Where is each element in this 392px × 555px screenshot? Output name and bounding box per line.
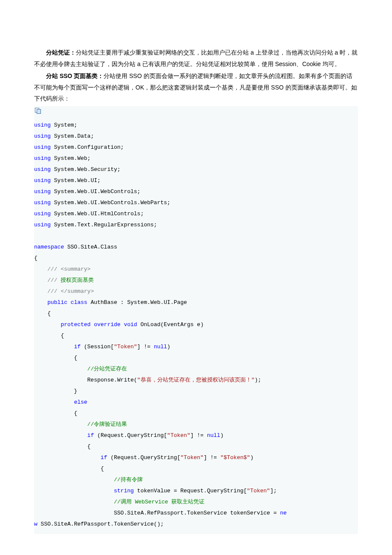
para2-heading: 分站 SSO 页面基类： — [46, 72, 104, 79]
copy-icon[interactable] — [35, 108, 42, 114]
paragraph-1: 分站凭证：分站凭证主要用于减少重复验证时网络的交互，比如用户已在分站 a 上登录… — [34, 47, 358, 69]
code-lines: using System; using System.Data; using S… — [34, 120, 358, 530]
para1-text: 分站凭证主要用于减少重复验证时网络的交互，比如用户已在分站 a 上登录过，当他再… — [34, 49, 357, 67]
document-body: 分站凭证：分站凭证主要用于减少重复验证时网络的交互，比如用户已在分站 a 上登录… — [34, 47, 358, 534]
paragraph-2: 分站 SSO 页面基类：分站使用 SSO 的页面会做一系列的逻辑判断处理，如文章… — [34, 70, 358, 104]
code-block: using System; using System.Data; using S… — [34, 106, 358, 534]
para1-heading: 分站凭证： — [46, 49, 76, 56]
